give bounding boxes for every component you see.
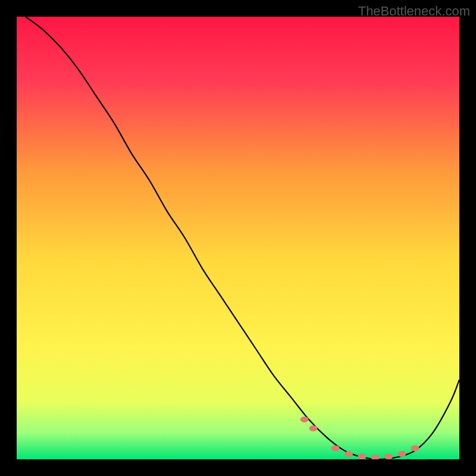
marker-dot — [371, 455, 380, 459]
optimal-range-markers — [300, 416, 419, 459]
curve-layer — [17, 17, 459, 459]
marker-dot — [345, 451, 353, 457]
marker-dot — [384, 454, 393, 459]
marker-dot — [358, 454, 366, 459]
plot-area — [17, 17, 459, 459]
marker-dot — [397, 451, 406, 457]
bottleneck-curve-line — [26, 17, 459, 459]
marker-dot — [300, 416, 309, 422]
watermark-text: TheBottleneck.com — [358, 4, 470, 19]
marker-dot — [309, 425, 317, 431]
marker-dot — [411, 445, 419, 451]
marker-dot — [331, 445, 340, 451]
